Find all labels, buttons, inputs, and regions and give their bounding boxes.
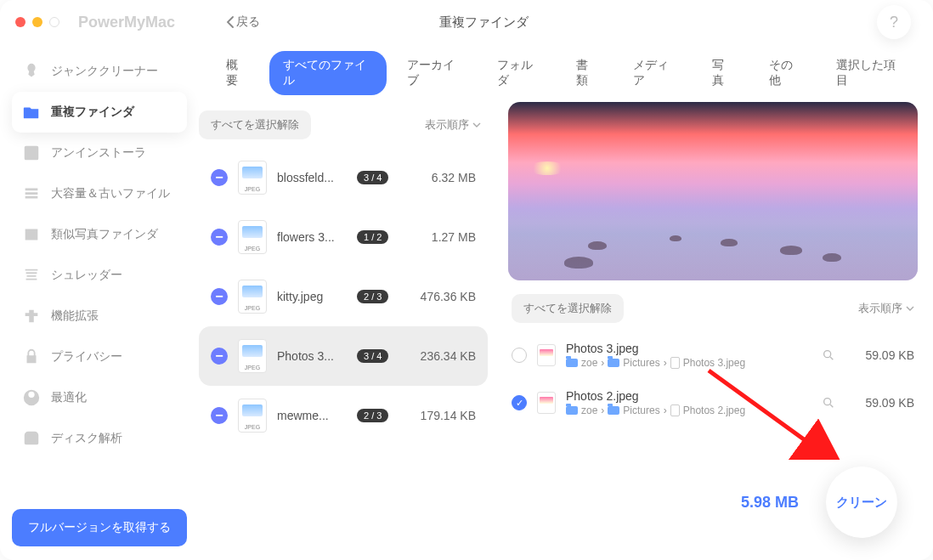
app-title: PowerMyMac — [78, 14, 175, 31]
deselect-all-details-button[interactable]: すべてを選択解除 — [512, 294, 624, 323]
detail-name: Photos 2.jpeg — [566, 389, 811, 403]
back-button[interactable]: 戻る — [226, 14, 260, 30]
file-thumb: JPEG — [238, 399, 267, 433]
group-row[interactable]: −JPEGkitty.jpeg2 / 3476.36 KB — [199, 267, 488, 326]
detail-name: Photos 3.jpeg — [566, 342, 811, 355]
file-size: 1.27 MB — [399, 230, 476, 244]
minimize-window-icon[interactable] — [32, 17, 42, 27]
sidebar-item-2[interactable]: アンインストーラ — [12, 133, 187, 173]
collapse-icon[interactable]: − — [211, 288, 228, 305]
collapse-icon[interactable]: − — [211, 169, 228, 186]
file-size: 236.34 KB — [399, 349, 476, 363]
sidebar-icon — [22, 144, 41, 162]
tabs: 概要すべてのファイルアーカイブフォルダ書類メディア写真その他選択した項目 — [199, 44, 918, 102]
sidebar-icon — [22, 429, 41, 448]
select-checkbox[interactable] — [512, 395, 527, 410]
tab-2[interactable]: アーカイブ — [393, 51, 477, 95]
zoom-window-icon[interactable] — [49, 17, 59, 27]
sidebar-item-5[interactable]: シュレッダー — [12, 255, 187, 296]
file-name: kitty.jpeg — [277, 290, 347, 303]
folder-icon — [608, 406, 619, 415]
group-row[interactable]: −JPEGPhotos 3...3 / 4236.34 KB — [199, 326, 488, 386]
collapse-icon[interactable]: − — [211, 407, 228, 424]
detail-sort-label: 表示順序 — [858, 301, 902, 316]
chevron-left-icon — [226, 16, 235, 28]
tab-7[interactable]: その他 — [755, 51, 817, 95]
sidebar-item-label: 機能拡張 — [51, 308, 99, 324]
tab-5[interactable]: メディア — [619, 51, 692, 95]
chevron-down-icon — [906, 305, 914, 312]
sidebar-icon — [22, 388, 41, 407]
file-thumb: JPEG — [238, 220, 267, 254]
deselect-all-button[interactable]: すべてを選択解除 — [199, 110, 311, 139]
sidebar-item-label: アンインストーラ — [51, 145, 146, 161]
detail-thumb — [537, 344, 556, 366]
sidebar-icon — [22, 225, 41, 244]
file-thumb: JPEG — [238, 339, 267, 373]
detail-thumb — [537, 392, 556, 414]
tab-3[interactable]: フォルダ — [483, 51, 556, 95]
path-sep: › — [601, 357, 604, 369]
sidebar-item-label: ジャンククリーナー — [51, 64, 158, 79]
sort-label: 表示順序 — [425, 117, 469, 133]
count-badge: 2 / 3 — [357, 290, 388, 303]
count-badge: 1 / 2 — [357, 230, 388, 244]
window-controls[interactable] — [15, 17, 59, 27]
clean-button[interactable]: クリーン — [826, 467, 897, 538]
file-name: blossfeld... — [277, 171, 347, 184]
sidebar-nav: ジャンククリーナー重複ファインダアンインストーラ大容量＆古いファイル類似写真ファ… — [12, 51, 187, 502]
group-row[interactable]: −JPEGflowers 3...1 / 21.27 MB — [199, 207, 488, 267]
sidebar-item-6[interactable]: 機能拡張 — [12, 296, 187, 337]
detail-path: zoe › Pictures › Photos 3.jpeg — [566, 357, 811, 369]
svg-point-0 — [824, 351, 831, 358]
detail-row[interactable]: Photos 2.jpeg zoe › Pictures › Photos 2.… — [508, 379, 918, 427]
group-row[interactable]: −JPEGmewme...2 / 3179.14 KB — [199, 386, 488, 445]
group-row[interactable]: −JPEGblossfeld...3 / 46.32 MB — [199, 148, 488, 207]
sidebar-item-4[interactable]: 類似写真ファインダ — [12, 214, 187, 255]
total-size: 5.98 MB — [741, 494, 799, 512]
sidebar-item-label: プライバシー — [51, 349, 122, 365]
sidebar-item-8[interactable]: 最適化 — [12, 377, 187, 418]
file-name: flowers 3... — [277, 230, 347, 244]
select-checkbox[interactable] — [512, 348, 527, 363]
sidebar-icon — [22, 266, 41, 285]
chevron-down-icon — [472, 122, 481, 128]
help-button[interactable]: ? — [877, 5, 911, 39]
detail-size: 59.09 KB — [846, 348, 914, 362]
count-badge: 3 / 4 — [357, 171, 388, 184]
sidebar-item-0[interactable]: ジャンククリーナー — [12, 51, 187, 92]
close-window-icon[interactable] — [15, 17, 25, 27]
sort-order-dropdown[interactable]: 表示順序 — [425, 117, 481, 133]
path-sep: › — [601, 404, 604, 416]
reveal-in-finder-button[interactable] — [821, 395, 836, 410]
detail-row[interactable]: Photos 3.jpeg zoe › Pictures › Photos 3.… — [508, 331, 918, 379]
tab-1[interactable]: すべてのファイル — [269, 51, 387, 95]
file-size: 6.32 MB — [399, 171, 476, 184]
tab-6[interactable]: 写真 — [698, 51, 749, 95]
tab-8[interactable]: 選択した項目 — [823, 51, 918, 95]
duplicate-groups-list: −JPEGblossfeld...3 / 46.32 MB−JPEGflower… — [199, 148, 488, 460]
folder-icon — [566, 359, 578, 367]
count-badge: 2 / 3 — [357, 409, 388, 422]
collapse-icon[interactable]: − — [211, 348, 228, 365]
window-title: 重複ファインダ — [260, 14, 707, 31]
detail-sort-dropdown[interactable]: 表示順序 — [858, 301, 914, 316]
reveal-in-finder-button[interactable] — [821, 348, 836, 363]
sidebar-item-label: 大容量＆古いファイル — [51, 186, 170, 201]
tab-4[interactable]: 書類 — [563, 51, 613, 95]
folder-icon — [608, 359, 619, 367]
duplicate-files-list: Photos 3.jpeg zoe › Pictures › Photos 3.… — [508, 331, 918, 460]
folder-icon — [566, 406, 578, 415]
sidebar-item-7[interactable]: プライバシー — [12, 337, 187, 377]
sidebar-item-9[interactable]: ディスク解析 — [12, 418, 187, 459]
collapse-icon[interactable]: − — [211, 229, 228, 246]
get-full-version-button[interactable]: フルバージョンを取得する — [12, 509, 187, 546]
sidebar-icon — [22, 348, 41, 366]
sidebar-item-1[interactable]: 重複ファインダ — [12, 92, 187, 133]
sidebar-item-label: 重複ファインダ — [51, 105, 134, 120]
tab-0[interactable]: 概要 — [212, 51, 263, 95]
count-badge: 3 / 4 — [357, 349, 388, 363]
file-size: 179.14 KB — [399, 409, 476, 422]
sidebar-item-3[interactable]: 大容量＆古いファイル — [12, 173, 187, 214]
svg-point-1 — [824, 399, 831, 405]
